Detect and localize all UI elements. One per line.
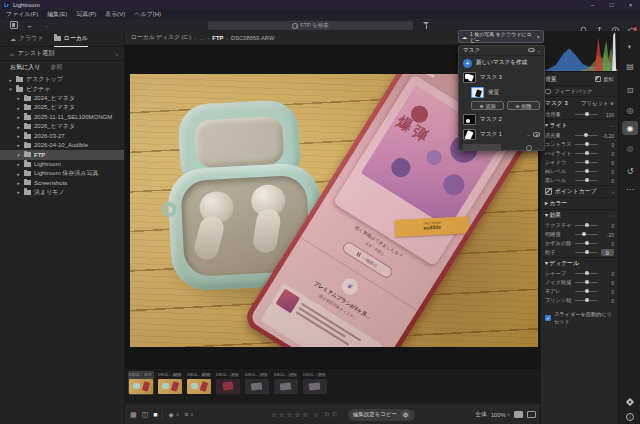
breadcrumb-folder[interactable]: FTP <box>212 35 223 41</box>
filter-icon[interactable] <box>423 22 430 29</box>
versions-icon[interactable]: ↺ <box>622 164 638 178</box>
detail-view-icon[interactable]: ■ <box>153 411 157 418</box>
section-color[interactable]: ▸ カラー <box>541 197 618 209</box>
overlay-color-icon[interactable] <box>526 145 532 151</box>
reject-flag-icon[interactable]: ⚐ <box>332 411 338 419</box>
cloud-sync-icon[interactable] <box>627 21 636 30</box>
section-detail[interactable]: ▾ ディテール <box>541 257 618 269</box>
filmstrip-item[interactable]: DSC0...ARW <box>157 371 183 395</box>
edit-tool-icon[interactable]: ◐ <box>622 39 638 53</box>
keywords-tag-icon[interactable] <box>622 394 638 408</box>
crop-tool-icon[interactable]: ⊡ <box>622 83 638 97</box>
tree-item-desktop[interactable]: ▸デスクトップ <box>0 75 124 84</box>
split-view-icon[interactable] <box>527 411 536 418</box>
more-icon[interactable]: ⋯ <box>608 123 614 129</box>
tree-item[interactable]: ▸Lightroom 保存済み写真 <box>0 169 124 178</box>
mask-subtract-button[interactable]: ⊖削除 <box>507 101 540 110</box>
create-new-mask-button[interactable]: + 新しいマスクを作成 <box>459 56 544 70</box>
menu-help[interactable]: ヘルプ(H) <box>134 10 161 19</box>
overlay-more-icon[interactable]: ⋯ <box>535 145 540 151</box>
dock-panel-icon[interactable]: ‹ <box>538 48 540 54</box>
organize-icon[interactable]: ◈ <box>168 411 173 419</box>
tree-item[interactable]: ▸2024_ヒマネタ <box>0 94 124 103</box>
zoom-fit-label[interactable]: 全体 <box>475 410 487 419</box>
copy-edit-settings-button[interactable]: 編集設定をコピー ⚙ <box>348 409 415 421</box>
sort-icon[interactable]: ≡ <box>184 411 188 418</box>
checkbox-checked-icon[interactable]: ✓ <box>545 315 551 321</box>
slider-knob[interactable] <box>585 112 589 116</box>
mask-visibility-eye-icon[interactable] <box>528 48 535 53</box>
preset-dropdown[interactable]: プリセット ∨ <box>581 100 614 107</box>
masking-tool-icon[interactable]: ◉ <box>622 121 638 135</box>
redeye-tool-icon[interactable]: ◍ <box>622 141 638 155</box>
back-button[interactable]: ← <box>27 22 34 29</box>
assisted-culling-row[interactable]: ⌂ アシスト選別 ‹ <box>0 47 124 61</box>
point-curve-row[interactable]: ポイントカーブ › <box>541 185 618 197</box>
settings-gear-icon[interactable]: ⚙ <box>401 410 410 419</box>
notifications-bell-icon[interactable] <box>579 21 588 30</box>
share-icon[interactable] <box>595 21 604 30</box>
tree-item-ftp-selected[interactable]: ▾FTP <box>0 150 124 159</box>
filmstrip-item-selected[interactable]: DSC0...ARW <box>128 371 154 395</box>
feedback-row[interactable]: フィードバック <box>541 86 618 97</box>
mask-eye-icon[interactable] <box>533 132 540 137</box>
info-icon[interactable]: i <box>622 410 638 424</box>
filmstrip-item[interactable]: DSC0...JPG <box>215 371 241 395</box>
tree-item[interactable]: ▸2025-11-11_SEL100MONGM <box>0 113 124 122</box>
section-light[interactable]: ▾ ライト ⋯ <box>541 119 618 131</box>
tree-item-pictures[interactable]: ▾ピクチャ <box>0 84 124 93</box>
tab-local[interactable]: ローカル <box>54 31 88 47</box>
forward-button[interactable]: → <box>43 22 50 29</box>
more-icon[interactable]: ⋯ <box>608 213 614 219</box>
filmstrip-item[interactable]: DSC0...JPG <box>302 371 328 395</box>
tab-browse[interactable]: 参照 <box>50 63 62 72</box>
breadcrumb-ellipsis[interactable]: … <box>199 35 205 41</box>
mask-3-row[interactable]: マスク 3 <box>459 70 544 85</box>
auto-reset-checkbox-row[interactable]: ✓ スライダーを自動的にリセット <box>541 305 618 331</box>
mask-overlay-row[interactable]: ⋯ <box>459 142 544 153</box>
more-tools-icon[interactable]: ⋯ <box>622 182 638 196</box>
minimize-button[interactable]: – <box>583 0 602 10</box>
invert-button[interactable]: 反転 <box>595 76 614 83</box>
toast-close-icon[interactable]: × <box>537 34 540 40</box>
breadcrumb-drive[interactable]: ローカル ディスク (C:) <box>131 33 191 42</box>
menu-file[interactable]: ファイル(F) <box>6 10 38 19</box>
my-photos-icon[interactable] <box>10 21 18 29</box>
mask-add-button[interactable]: ⊕追加 <box>471 101 504 110</box>
filmstrip-item[interactable]: DSC0...JPG <box>273 371 299 395</box>
mask-background-row-selected[interactable]: 背景 <box>459 85 544 100</box>
tree-item[interactable]: ▸Screenshots <box>0 178 124 187</box>
tree-item[interactable]: ▸2026-03-27 <box>0 131 124 140</box>
healing-tool-icon[interactable]: ◎ <box>622 103 638 117</box>
tree-item[interactable]: ▸2026-04-10_Audible <box>0 141 124 150</box>
before-after-icon[interactable] <box>514 411 523 418</box>
section-effects[interactable]: ▾ 効果 ⋯ <box>541 209 618 221</box>
zoom-level[interactable]: 100% <box>491 412 506 418</box>
slider-track[interactable] <box>575 114 598 115</box>
grid-view-icon[interactable]: ▦ <box>130 411 137 419</box>
mask-2-row[interactable]: マスク 2 <box>459 112 544 127</box>
compare-view-icon[interactable]: ◫ <box>142 411 149 419</box>
star-rating[interactable]: ☆ <box>271 411 277 419</box>
menu-photo[interactable]: 写真(P) <box>76 10 96 19</box>
tab-cloud[interactable]: ☁ クラウド <box>10 31 44 47</box>
activity-icon[interactable] <box>611 21 620 30</box>
menu-edit[interactable]: 編集(E) <box>47 10 67 19</box>
mask-1-row[interactable]: マスク 1 – <box>459 127 544 142</box>
remove-icon[interactable]: – <box>527 132 530 138</box>
presets-tool-icon[interactable]: ▤ <box>622 59 638 73</box>
filmstrip-item[interactable]: DSC0...JPG <box>244 371 270 395</box>
collapse-sidebar-icon[interactable]: ‹ <box>116 51 118 57</box>
pick-flag-icon[interactable]: ⚐ <box>324 411 330 419</box>
tree-item[interactable]: ▸Lightroom <box>0 160 124 169</box>
tab-favorites[interactable]: お気に入り <box>10 63 40 72</box>
menu-view[interactable]: 表示(V) <box>105 10 125 19</box>
tree-item[interactable]: ▸2025_ヒマネタ <box>0 103 124 112</box>
search-input[interactable]: FTP を検索 <box>208 21 413 30</box>
color-label-icon[interactable]: ○ <box>314 411 318 418</box>
tree-item[interactable]: ▸決まりモノ <box>0 188 124 197</box>
close-button[interactable]: × <box>621 0 640 10</box>
filmstrip-item[interactable]: DSC0...ARW <box>186 371 212 395</box>
maximize-button[interactable]: □ <box>602 0 621 10</box>
tree-item[interactable]: ▸2026_ヒマネタ <box>0 122 124 131</box>
